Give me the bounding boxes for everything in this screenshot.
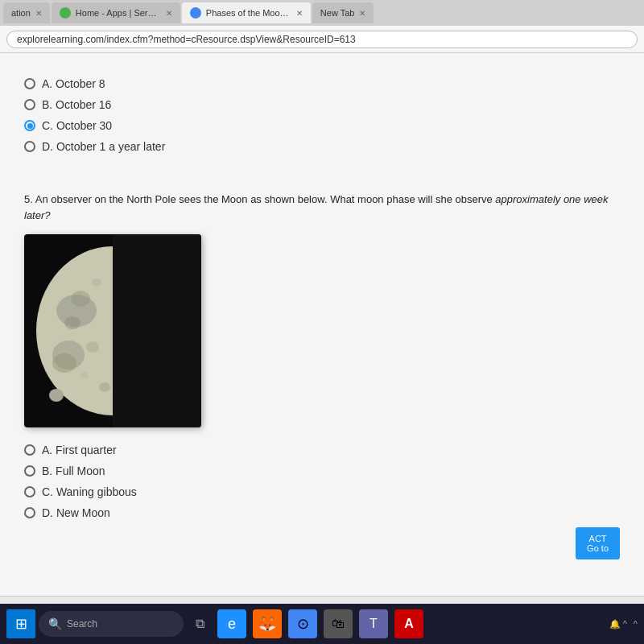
option-5a[interactable]: A. First quarter [24, 444, 620, 456]
radio-4a[interactable] [24, 78, 35, 89]
tab-new[interactable]: New Tab ✕ [312, 2, 374, 23]
question5-options: A. First quarter B. Full Moon C. Waning … [24, 444, 620, 519]
svg-point-4 [86, 341, 99, 353]
store-icon: 🛍 [332, 617, 345, 631]
tab-favicon [60, 7, 71, 19]
svg-point-10 [80, 372, 89, 378]
tab-favicon [190, 7, 201, 19]
svg-point-12 [52, 341, 85, 369]
radio-5a[interactable] [24, 444, 35, 456]
option-4c[interactable]: C. October 30 [24, 119, 620, 132]
teams-icon: T [369, 617, 378, 631]
svg-point-9 [49, 389, 64, 402]
act-button[interactable]: ACT Go to [576, 527, 620, 559]
svg-point-8 [99, 382, 110, 392]
svg-rect-13 [113, 234, 201, 427]
radio-4c[interactable] [24, 120, 35, 131]
question5-number: 5. [24, 193, 35, 205]
tab-gizmo[interactable]: Phases of the Moon Gizmo | Exp ✕ [182, 2, 311, 23]
svg-point-6 [92, 279, 101, 287]
moon-illustration [24, 234, 201, 427]
taskbar-task-view[interactable]: ⧉ [187, 611, 213, 637]
question5-text: 5. An observer on the North Pole sees th… [24, 192, 620, 223]
taskbar: ⊞ 🔍 Search ⧉ e 🦊 ⊙ 🛍 T A 🔔 ^ ^ [0, 604, 644, 644]
radio-4d[interactable] [24, 141, 35, 152]
taskbar-store-icon[interactable]: 🛍 [324, 609, 353, 638]
taskbar-firefox-icon[interactable]: 🦊 [253, 609, 282, 638]
tab-close-icon[interactable]: ✕ [296, 9, 303, 18]
question4-options: A. October 8 B. October 16 C. October 30… [24, 77, 620, 153]
start-button[interactable]: ⊞ [6, 609, 35, 638]
option-5d-label: D. New Moon [42, 506, 110, 519]
radio-4b[interactable] [24, 99, 35, 110]
taskbar-teams-icon[interactable]: T [359, 609, 388, 638]
option-4b[interactable]: B. October 16 [24, 98, 620, 111]
tab-close-icon[interactable]: ✕ [359, 9, 365, 18]
option-4d[interactable]: D. October 1 a year later [24, 140, 620, 153]
option-4d-label: D. October 1 a year later [42, 140, 165, 153]
taskbar-search[interactable]: 🔍 Search [39, 611, 184, 637]
browser-chrome: ation ✕ Home - Apps | Services | Sites ✕… [0, 0, 644, 53]
option-4c-label: C. October 30 [42, 119, 112, 132]
option-5a-label: A. First quarter [42, 444, 117, 456]
task-view-icon: ⧉ [196, 617, 204, 631]
question5: 5. An observer on the North Pole sees th… [24, 192, 620, 559]
firefox-icon: 🦊 [258, 615, 276, 633]
radio-5d[interactable] [24, 507, 35, 518]
svg-point-11 [56, 295, 97, 327]
option-4b-label: B. October 16 [42, 98, 111, 111]
taskbar-acrobat-icon[interactable]: A [394, 609, 423, 638]
acrobat-icon: A [404, 617, 414, 631]
tab-close-icon[interactable]: ✕ [35, 9, 42, 18]
moon-image [24, 234, 201, 427]
system-clock: ^ [634, 619, 638, 629]
option-5b-label: B. Full Moon [42, 464, 105, 477]
content-wrapper: A. October 8 B. October 16 C. October 30… [0, 53, 644, 619]
tab-bar: ation ✕ Home - Apps | Services | Sites ✕… [0, 0, 644, 26]
edge-icon: e [228, 616, 236, 633]
question5-static: An observer on the North Pole sees the M… [35, 193, 496, 205]
option-4a[interactable]: A. October 8 [24, 77, 620, 90]
option-5d[interactable]: D. New Moon [24, 506, 620, 519]
taskbar-chrome-icon[interactable]: ⊙ [288, 609, 317, 638]
option-5c-label: C. Waning gibbous [42, 485, 137, 498]
taskbar-edge-icon[interactable]: e [217, 609, 246, 638]
address-bar: explorelearning.com/index.cfm?method=cRe… [0, 26, 644, 53]
tab-close-icon[interactable]: ✕ [166, 9, 172, 18]
chrome-icon: ⊙ [297, 615, 309, 633]
option-5b[interactable]: B. Full Moon [24, 464, 620, 477]
search-label: Search [67, 618, 97, 630]
radio-5c[interactable] [24, 486, 35, 497]
option-5c[interactable]: C. Waning gibbous [24, 485, 620, 498]
radio-5b[interactable] [24, 465, 35, 477]
system-tray-icons: 🔔 ^ [609, 619, 627, 630]
tab-home[interactable]: Home - Apps | Services | Sites ✕ [52, 2, 180, 23]
page-content: A. October 8 B. October 16 C. October 30… [0, 53, 644, 596]
url-input[interactable]: explorelearning.com/index.cfm?method=cRe… [6, 31, 638, 48]
search-icon: 🔍 [48, 617, 62, 630]
option-4a-label: A. October 8 [42, 77, 105, 90]
tab-ation[interactable]: ation ✕ [3, 2, 50, 23]
